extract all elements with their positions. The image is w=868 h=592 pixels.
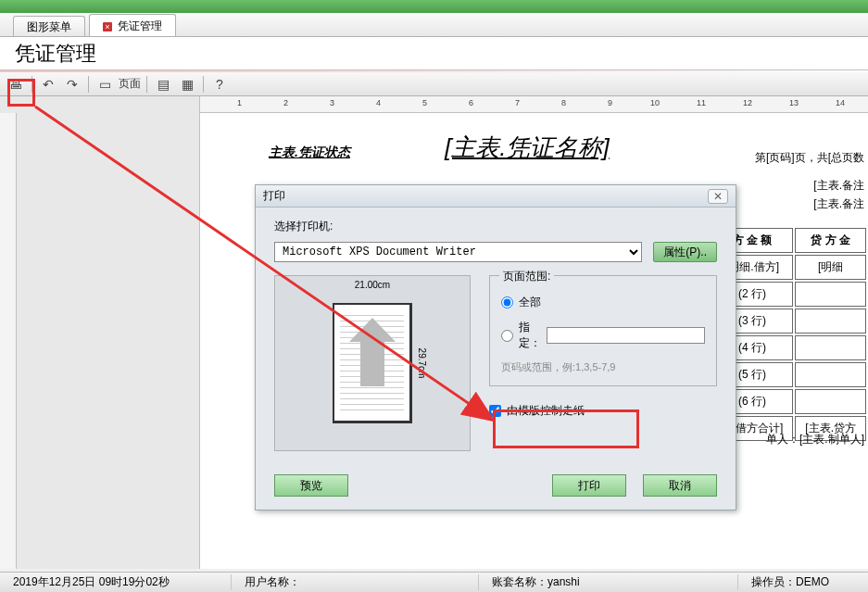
select-printer-label: 选择打印机: (274, 219, 717, 234)
toolbar-sep (88, 76, 89, 93)
range-spec-radio[interactable] (501, 330, 513, 342)
tab-label: 图形菜单 (27, 19, 71, 35)
paper-icon (333, 303, 412, 423)
maker-row: 单人：[主表.制单人] (766, 432, 864, 447)
redo-icon[interactable]: ↷ (62, 75, 82, 94)
table-row (795, 362, 866, 387)
range-spec-label: 指定： (519, 320, 541, 351)
table-row (795, 309, 866, 334)
maker-value: [主表.制单人] (799, 433, 864, 446)
note-1: [主表.备注 (813, 178, 864, 194)
range-spec-input[interactable] (547, 327, 705, 344)
status-datetime: 2019年12月25日 09时19分02秒 (0, 574, 232, 590)
col-credit: 贷 方 金 (795, 228, 866, 253)
paper-height: 29.7cm (417, 348, 427, 379)
status-user: 用户名称： (232, 574, 479, 590)
op-value: DEMO (796, 575, 829, 588)
close-icon[interactable]: ✕ (708, 189, 728, 204)
maker-label: 单人： (766, 433, 799, 446)
acct-value: yanshi (547, 575, 580, 588)
table-row (795, 282, 866, 307)
template-paper-checkbox[interactable] (489, 405, 501, 417)
layout-icon[interactable]: ▤ (153, 75, 173, 94)
page-label[interactable]: 页面 (119, 76, 141, 92)
print-icon[interactable]: 🖶 (6, 75, 26, 94)
toolbar: 🖶 ↶ ↷ ▭ 页面 ▤ ▦ ? (0, 72, 868, 96)
range-title: 页面范围: (499, 269, 554, 284)
toolbar-sep (203, 76, 204, 93)
acct-label: 账套名称： (492, 575, 547, 588)
printer-select[interactable]: Microsoft XPS Document Writer (274, 242, 642, 262)
ruler-pane (0, 96, 200, 569)
page-header: 凭证管理 (0, 37, 868, 70)
note-2: [主表.备注 (813, 196, 864, 212)
page-setup-icon[interactable]: ▭ (94, 75, 115, 94)
template-paper-label: 由模版控制走纸 (507, 403, 585, 419)
voucher-state: 主表.凭证状态 (269, 145, 350, 161)
tab-graphic-menu[interactable]: 图形菜单 (13, 16, 85, 36)
template-paper-row: 由模版控制走纸 (489, 403, 717, 419)
close-icon[interactable]: × (103, 22, 112, 31)
voucher-title: [主表.凭证名称] (445, 132, 610, 164)
table-row (795, 389, 866, 414)
range-all-label: 全部 (519, 295, 541, 310)
dialog-titlebar[interactable]: 打印 ✕ (256, 185, 736, 208)
toolbar-sep (31, 76, 32, 93)
undo-icon[interactable]: ↶ (38, 75, 58, 94)
range-hint: 页码或范围，例:1,3,5-7,9 (501, 360, 705, 374)
dialog-title: 打印 (263, 188, 285, 204)
arrow-up-icon (360, 340, 384, 386)
page-title: 凭证管理 (15, 40, 96, 68)
paper-preview: 21.00cm 29.7cm (274, 275, 471, 451)
page-range-group: 页面范围: 全部 指定： 页码或范围，例:1,3,5-7,9 (489, 275, 717, 386)
status-operator: 操作员：DEMO (738, 574, 868, 590)
sub-credit: [明细 (795, 255, 866, 280)
status-account: 账套名称：yanshi (479, 574, 738, 590)
op-label: 操作员： (751, 575, 796, 588)
ruler-vertical (0, 113, 17, 569)
window-titlebar (0, 0, 868, 13)
status-bar: 2019年12月25日 09时19分02秒 用户名称： 账套名称：yanshi … (0, 572, 868, 592)
export-icon[interactable]: ▦ (177, 75, 197, 94)
table-row (795, 335, 866, 360)
tab-bar: 图形菜单 ×凭证管理 (0, 13, 868, 37)
preview-button[interactable]: 预览 (274, 474, 348, 497)
help-icon[interactable]: ? (209, 75, 230, 94)
properties-button[interactable]: 属性(P).. (653, 242, 717, 262)
print-button[interactable]: 打印 (552, 474, 626, 497)
range-all-radio[interactable] (501, 296, 513, 309)
paper-width: 21.00cm (355, 280, 390, 290)
cancel-button[interactable]: 取消 (643, 474, 717, 497)
ruler-horizontal: 1234567891011121314 (200, 96, 868, 113)
toolbar-sep (146, 76, 147, 93)
print-dialog: 打印 ✕ 选择打印机: Microsoft XPS Document Write… (255, 184, 736, 510)
page-info: 第[页码]页，共[总页数 (755, 150, 864, 166)
tab-voucher-mgmt[interactable]: ×凭证管理 (89, 14, 176, 36)
tab-label: 凭证管理 (118, 19, 162, 34)
